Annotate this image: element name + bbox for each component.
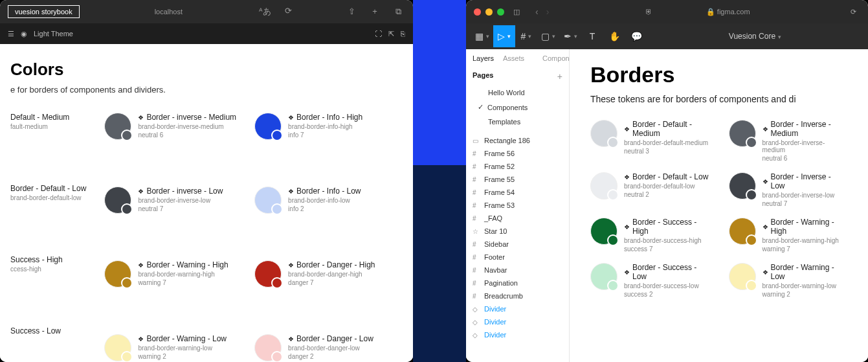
token-name: Border - Default - Low [632, 172, 708, 181]
maximize-icon[interactable] [497, 8, 504, 16]
layer-type-icon: # [473, 189, 480, 196]
layer-item[interactable]: ◇Divider [466, 328, 569, 341]
color-token[interactable]: ❖Border - Warning - Highbrand-border-war… [729, 218, 848, 253]
layer-item[interactable]: ◇Divider [466, 315, 569, 328]
swatch [590, 218, 618, 245]
layer-item[interactable]: #Navbar [466, 264, 569, 277]
color-token[interactable]: ❖Border - Inverse - Lowbrand-border-inve… [729, 172, 848, 207]
token-name: Border - Info - Low [296, 187, 361, 196]
sidebar-icon[interactable]: ◫ [509, 8, 524, 16]
forward-icon[interactable]: › [546, 6, 550, 17]
frame-tool-icon[interactable]: #▾ [515, 25, 537, 47]
tab-assets[interactable]: Assets [503, 54, 524, 62]
token-path: brand-border-inverse-medium [138, 123, 236, 130]
tabs-icon[interactable]: ⧉ [391, 6, 405, 17]
layer-item[interactable]: #Frame 55 [466, 173, 569, 186]
figma-canvas[interactable]: Borders These tokens are for borders of … [570, 49, 868, 362]
token-path: fault-medium [10, 123, 69, 130]
layer-item[interactable]: ◇Divider [466, 302, 569, 315]
color-token[interactable]: ❖Border - Success - Lowbrand-border-succ… [590, 263, 709, 298]
new-tab-icon[interactable]: + [368, 6, 382, 17]
translate-icon[interactable]: ᴬあ [258, 6, 272, 17]
token-var: warning 2 [762, 291, 848, 298]
swatch [254, 187, 282, 214]
layer-item[interactable]: #Pagination [466, 277, 569, 289]
swatch [254, 113, 282, 140]
layer-item[interactable]: ▭Rectangle 186 [466, 134, 569, 147]
color-token: ❖Border - Warning - Lowbrand-border-warn… [104, 334, 236, 362]
token-path: brand-border-info-high [288, 123, 362, 130]
fullscreen-icon[interactable]: ⛶ [375, 30, 382, 38]
layer-type-icon: ▭ [473, 137, 480, 144]
page-item[interactable]: Templates [466, 115, 569, 129]
pen-tool-icon[interactable]: ✒▾ [559, 25, 581, 47]
layer-item[interactable]: #Sidebar [466, 238, 569, 251]
token-path: brand-border-danger-high [288, 271, 375, 278]
menu-icon[interactable]: ☰ [8, 30, 14, 38]
layer-type-icon: # [473, 150, 480, 157]
add-page-icon[interactable]: + [557, 71, 562, 82]
token-icon: ❖ [624, 126, 630, 133]
shield-icon: ⛨ [645, 8, 652, 16]
token-name: Border - Warning - High [146, 260, 228, 269]
layer-item[interactable]: #Frame 56 [466, 147, 569, 160]
token-name: Border - Default - Low [10, 184, 86, 193]
token-var: neutral 3 [624, 148, 709, 155]
layer-type-icon: # [473, 176, 480, 183]
layer-item[interactable]: #Breadcrumb [466, 289, 569, 302]
pages-header: Pages + [466, 67, 569, 85]
back-icon[interactable]: ‹ [535, 6, 539, 17]
page-item[interactable]: ✓Components [466, 100, 569, 115]
token-path: brand-border-inverse-low [138, 197, 223, 204]
token-path: ccess-high [10, 266, 63, 273]
color-token[interactable]: ❖Border - Inverse - Mediumbrand-border-i… [729, 120, 848, 162]
hand-tool-icon[interactable]: ✋ [603, 25, 625, 47]
layer-item[interactable]: #Footer [466, 251, 569, 264]
token-path: brand-border-warning-low [138, 345, 227, 352]
color-token[interactable]: ❖Border - Warning - Lowbrand-border-warn… [729, 263, 848, 298]
layer-item[interactable]: #Frame 52 [466, 160, 569, 173]
minimize-icon[interactable] [485, 8, 493, 16]
page-item[interactable]: Hello World [466, 85, 569, 100]
figma-layers-panel: Layers Assets Components ▾ Pages + Hello… [466, 49, 570, 362]
color-token: ❖Border - Info - Highbrand-border-info-h… [254, 113, 375, 146]
token-icon: ❖ [624, 269, 630, 276]
layer-item[interactable]: #Frame 54 [466, 186, 569, 199]
color-token: ❖Border - Warning - Highbrand-border-war… [104, 260, 236, 294]
canvas-heading: Borders [590, 62, 847, 87]
browser-tab[interactable]: vuesion storybook [8, 5, 80, 18]
link-icon[interactable]: ⎘ [401, 30, 405, 38]
comment-tool-icon[interactable]: 💬 [625, 25, 647, 47]
color-token[interactable]: ❖Border - Success - Highbrand-border-suc… [590, 218, 709, 253]
address-bar[interactable]: localhost [85, 8, 252, 16]
layer-item[interactable]: ☆Star 10 [466, 225, 569, 238]
layer-item[interactable]: #_FAQ [466, 212, 569, 225]
token-icon: ❖ [138, 262, 144, 269]
document-title[interactable]: Vuesion Core▾ [647, 32, 863, 41]
color-token[interactable]: ❖Border - Default - Lowbrand-border-defa… [590, 172, 709, 207]
share-icon[interactable]: ⇧ [344, 6, 359, 17]
color-token[interactable]: ❖Border - Default -Mediumbrand-border-de… [590, 120, 709, 162]
text-tool-icon[interactable]: T [581, 25, 603, 47]
eye-icon[interactable]: ◉ [21, 30, 27, 38]
reload-icon[interactable]: ⟳ [846, 8, 860, 16]
reload-icon[interactable]: ⟳ [281, 6, 295, 17]
move-tool-icon[interactable]: ▷▾ [493, 25, 515, 47]
token-name: Border - Warning - Low [146, 334, 227, 343]
close-icon[interactable] [474, 8, 481, 16]
shape-tool-icon[interactable]: ▢▾ [537, 25, 559, 47]
canvas-subtitle: These tokens are for borders of componen… [590, 94, 847, 104]
token-name: Border - Warning - High [771, 218, 848, 236]
token-path: brand-border-warning-high [138, 271, 228, 278]
layer-item[interactable]: #Frame 53 [466, 199, 569, 212]
layer-type-icon: # [473, 254, 480, 261]
tab-layers[interactable]: Layers [473, 54, 494, 62]
token-var: neutral 6 [762, 155, 848, 162]
open-icon[interactable]: ⇱ [388, 30, 394, 38]
token-icon: ❖ [138, 335, 144, 343]
layer-type-icon: ◇ [473, 319, 480, 326]
address-bar[interactable]: ⛨ 🔒 figma.com [554, 8, 841, 16]
tab-components[interactable]: Components [542, 54, 570, 62]
figma-menu-icon[interactable]: ▦▾ [471, 25, 493, 47]
theme-label[interactable]: Light Theme [34, 30, 73, 38]
